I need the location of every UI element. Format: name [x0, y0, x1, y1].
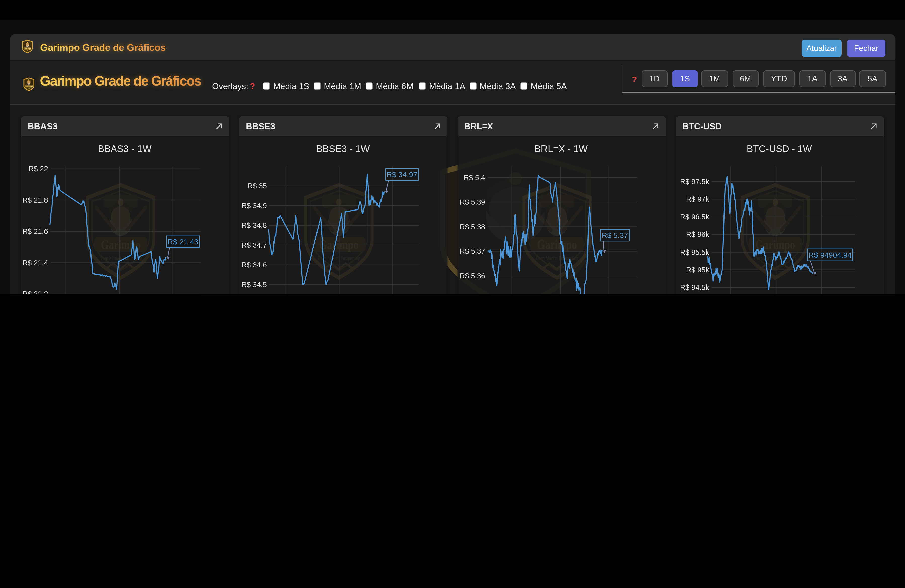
svg-text:R$ 5.37: R$ 5.37 — [459, 247, 485, 255]
svg-text:R$ 34.8: R$ 34.8 — [241, 221, 267, 229]
svg-text:R$ 34.5: R$ 34.5 — [241, 281, 267, 289]
svg-text:Garimpo: Garimpo — [25, 85, 33, 87]
svg-text:Garimpo: Garimpo — [23, 48, 31, 50]
svg-text:R$ 5.4: R$ 5.4 — [464, 173, 485, 181]
svg-text:R$ 5.39: R$ 5.39 — [459, 198, 485, 206]
svg-text:R$ 94904.94: R$ 94904.94 — [808, 251, 851, 259]
svg-text:R$ 21.2: R$ 21.2 — [22, 290, 48, 294]
svg-text:R$ 97.5k: R$ 97.5k — [680, 178, 709, 186]
svg-text:BRL=X - 1W: BRL=X - 1W — [534, 144, 587, 154]
svg-text:R$ 21.6: R$ 21.6 — [22, 227, 48, 235]
svg-text:R$ 5.38: R$ 5.38 — [459, 223, 485, 231]
svg-text:R$ 96.5k: R$ 96.5k — [680, 213, 709, 221]
svg-text:R$ 5.37: R$ 5.37 — [601, 231, 628, 240]
svg-text:R$ 96k: R$ 96k — [686, 230, 709, 238]
svg-text:R$ 21.4: R$ 21.4 — [22, 259, 48, 267]
svg-text:R$ 97k: R$ 97k — [686, 195, 709, 203]
svg-text:R$ 5.36: R$ 5.36 — [459, 272, 485, 280]
svg-text:BTC-USD - 1W: BTC-USD - 1W — [746, 144, 812, 154]
svg-text:R$ 34.6: R$ 34.6 — [241, 261, 267, 269]
svg-text:BBSE3 - 1W: BBSE3 - 1W — [316, 144, 369, 154]
svg-text:R$ 94.5k: R$ 94.5k — [680, 283, 709, 291]
svg-text:R$ 21.8: R$ 21.8 — [22, 196, 48, 204]
svg-text:R$ 34.9: R$ 34.9 — [241, 202, 267, 210]
svg-text:R$ 35: R$ 35 — [248, 182, 267, 190]
svg-text:BBAS3 - 1W: BBAS3 - 1W — [98, 144, 151, 154]
svg-text:R$ 34.97: R$ 34.97 — [386, 170, 417, 178]
svg-text:R$ 22: R$ 22 — [29, 165, 48, 173]
svg-text:R$ 34.7: R$ 34.7 — [241, 241, 267, 249]
svg-text:R$ 95k: R$ 95k — [686, 266, 709, 274]
svg-text:R$ 95.5k: R$ 95.5k — [680, 248, 709, 256]
svg-text:R$ 21.43: R$ 21.43 — [167, 238, 198, 246]
